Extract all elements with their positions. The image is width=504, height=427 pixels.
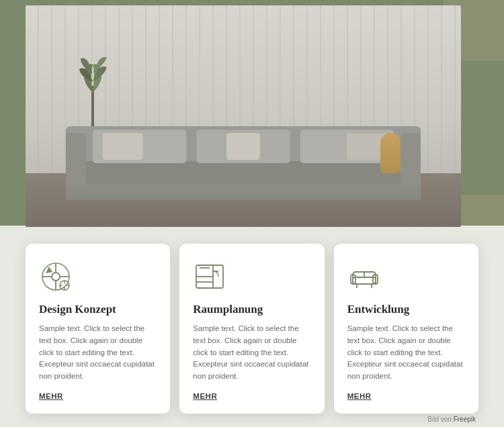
card-raumplanung-link[interactable]: MEHR bbox=[193, 392, 310, 400]
card-entwicklung-link[interactable]: MEHR bbox=[347, 392, 465, 400]
svg-rect-10 bbox=[226, 133, 260, 160]
card-raumplanung-text: Sample text. Click to select the text bo… bbox=[193, 323, 310, 383]
furniture-icon bbox=[347, 260, 381, 293]
svg-rect-4 bbox=[401, 133, 421, 185]
svg-point-12 bbox=[52, 273, 60, 281]
svg-rect-8 bbox=[103, 133, 143, 160]
svg-rect-25 bbox=[353, 277, 376, 284]
svg-rect-3 bbox=[66, 133, 86, 185]
card-entwicklung-text: Sample text. Click to select the text bo… bbox=[347, 323, 465, 383]
card-design-konzept-text: Sample text. Click to select the text bo… bbox=[39, 323, 157, 383]
cards-section: Design Konzept Sample text. Click to sel… bbox=[26, 244, 478, 414]
card-design-konzept-link[interactable]: MEHR bbox=[39, 392, 157, 400]
sofa bbox=[66, 126, 421, 200]
page-wrapper: Design Konzept Sample text. Click to sel… bbox=[0, 0, 504, 427]
card-entwicklung-title: Entwicklung bbox=[347, 303, 465, 316]
image-credit: Bild von Freepik bbox=[427, 416, 476, 423]
card-raumplanung-title: Raumplanung bbox=[193, 303, 310, 316]
hero-image bbox=[26, 5, 461, 227]
card-design-konzept: Design Konzept Sample text. Click to sel… bbox=[26, 244, 170, 414]
freepik-link[interactable]: Freepik bbox=[454, 416, 476, 423]
card-entwicklung: Entwicklung Sample text. Click to select… bbox=[334, 244, 478, 414]
svg-rect-2 bbox=[66, 161, 421, 185]
floor-plan-icon bbox=[193, 260, 226, 293]
lamp bbox=[380, 133, 401, 173]
card-design-konzept-title: Design Konzept bbox=[39, 303, 157, 316]
design-icon bbox=[39, 260, 73, 293]
card-raumplanung: Raumplanung Sample text. Click to select… bbox=[179, 244, 324, 414]
